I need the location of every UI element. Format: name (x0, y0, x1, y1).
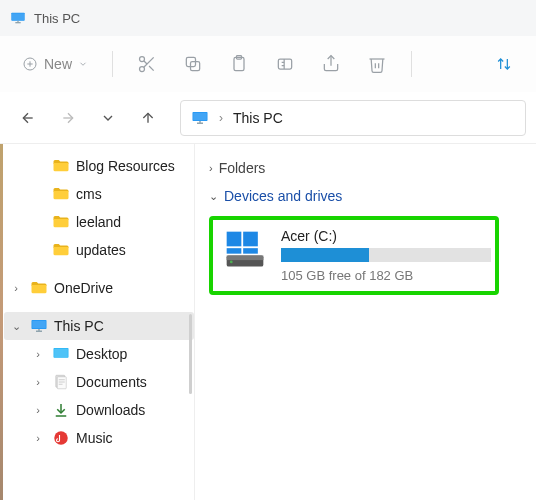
svg-point-8 (140, 67, 145, 72)
this-pc-icon (30, 317, 48, 335)
sidebar-item-updates[interactable]: updates (4, 236, 194, 264)
svg-rect-30 (32, 321, 46, 329)
trash-icon (367, 54, 387, 74)
chevron-down-icon (78, 59, 88, 69)
breadcrumb-separator: › (219, 111, 223, 125)
section-folders[interactable]: › Folders (209, 160, 522, 176)
chevron-right-icon[interactable]: › (30, 404, 46, 416)
chevron-right-icon[interactable]: › (30, 376, 46, 388)
svg-rect-36 (57, 377, 66, 389)
copy-button[interactable] (173, 44, 213, 84)
svg-rect-1 (12, 13, 24, 20)
up-button[interactable] (130, 100, 166, 136)
svg-point-49 (230, 261, 233, 264)
cut-button[interactable] (127, 44, 167, 84)
sort-icon (494, 54, 514, 74)
sidebar-item-cms[interactable]: cms (4, 180, 194, 208)
sidebar-item-label: cms (76, 186, 102, 202)
sidebar-item-this-pc[interactable]: ⌄ This PC (4, 312, 194, 340)
window-title: This PC (34, 11, 80, 26)
content-pane: › Folders ⌄ Devices and drives Acer ( (195, 144, 536, 500)
sidebar-item-label: OneDrive (54, 280, 113, 296)
section-devices[interactable]: ⌄ Devices and drives (209, 188, 522, 204)
sidebar-item-label: Downloads (76, 402, 145, 418)
folder-icon (52, 241, 70, 259)
back-button[interactable] (10, 100, 46, 136)
toolbar-separator (411, 51, 412, 77)
desktop-icon (52, 345, 70, 363)
this-pc-icon (191, 109, 209, 127)
clipboard-icon (229, 54, 249, 74)
svg-rect-46 (243, 248, 258, 254)
share-icon (321, 54, 341, 74)
sidebar-item-onedrive[interactable]: › OneDrive (4, 274, 194, 302)
svg-rect-34 (54, 349, 68, 357)
sidebar-item-label: This PC (54, 318, 104, 334)
sidebar-item-leeland[interactable]: leeland (4, 208, 194, 236)
new-button[interactable]: New (12, 50, 98, 78)
sidebar-item-label: Documents (76, 374, 147, 390)
nav-bar: › This PC (0, 92, 536, 144)
chevron-right-icon[interactable]: › (30, 432, 46, 444)
music-icon (52, 429, 70, 447)
drive-icon (223, 228, 267, 272)
svg-rect-16 (278, 59, 291, 69)
chevron-down-icon[interactable]: ⌄ (8, 320, 24, 333)
drive-item[interactable]: Acer (C:) 105 GB free of 182 GB (209, 216, 499, 295)
folder-icon (52, 213, 70, 231)
sidebar-item-label: Music (76, 430, 113, 446)
breadcrumb-location[interactable]: This PC (233, 110, 283, 126)
chevron-right-icon: › (209, 162, 213, 174)
svg-rect-48 (227, 256, 264, 261)
left-edge-strip (0, 144, 3, 500)
title-bar: This PC (0, 0, 536, 36)
sidebar-item-label: updates (76, 242, 126, 258)
svg-line-11 (144, 61, 147, 64)
body: Blog Resources cms leeland updates › (0, 144, 536, 500)
toolbar-separator (112, 51, 113, 77)
svg-rect-45 (227, 248, 242, 254)
svg-rect-43 (227, 232, 242, 247)
sidebar-item-label: Desktop (76, 346, 127, 362)
drive-usage-fill (281, 248, 369, 262)
sidebar-item-label: leeland (76, 214, 121, 230)
chevron-right-icon[interactable]: › (8, 282, 24, 294)
recent-button[interactable] (90, 100, 126, 136)
sidebar-item-desktop[interactable]: › Desktop (4, 340, 194, 368)
svg-rect-44 (243, 232, 258, 247)
drive-name: Acer (C:) (281, 228, 491, 244)
sidebar-item-downloads[interactable]: › Downloads (4, 396, 194, 424)
scissors-icon (137, 54, 157, 74)
sidebar-item-music[interactable]: › Music (4, 424, 194, 452)
sort-button[interactable] (484, 44, 524, 84)
svg-rect-26 (193, 112, 207, 120)
sidebar-item-label: Blog Resources (76, 158, 175, 174)
section-devices-label: Devices and drives (224, 188, 342, 204)
svg-point-42 (54, 431, 68, 445)
address-bar[interactable]: › This PC (180, 100, 526, 136)
chevron-down-icon: ⌄ (209, 190, 218, 203)
rename-icon (275, 54, 295, 74)
folder-icon (52, 157, 70, 175)
forward-button[interactable] (50, 100, 86, 136)
sidebar: Blog Resources cms leeland updates › (0, 144, 195, 500)
rename-button[interactable] (265, 44, 305, 84)
toolbar: New (0, 36, 536, 92)
paste-button[interactable] (219, 44, 259, 84)
drive-usage-bar (281, 248, 491, 262)
new-button-label: New (44, 56, 72, 72)
folder-icon (30, 279, 48, 297)
svg-rect-3 (17, 21, 18, 23)
sidebar-item-blog-resources[interactable]: Blog Resources (4, 152, 194, 180)
scrollbar[interactable] (189, 314, 192, 394)
drive-free-text: 105 GB free of 182 GB (281, 268, 491, 283)
sidebar-item-documents[interactable]: › Documents (4, 368, 194, 396)
section-folders-label: Folders (219, 160, 266, 176)
downloads-icon (52, 401, 70, 419)
folder-icon (52, 185, 70, 203)
delete-button[interactable] (357, 44, 397, 84)
share-button[interactable] (311, 44, 351, 84)
documents-icon (52, 373, 70, 391)
chevron-right-icon[interactable]: › (30, 348, 46, 360)
svg-rect-28 (199, 121, 201, 123)
